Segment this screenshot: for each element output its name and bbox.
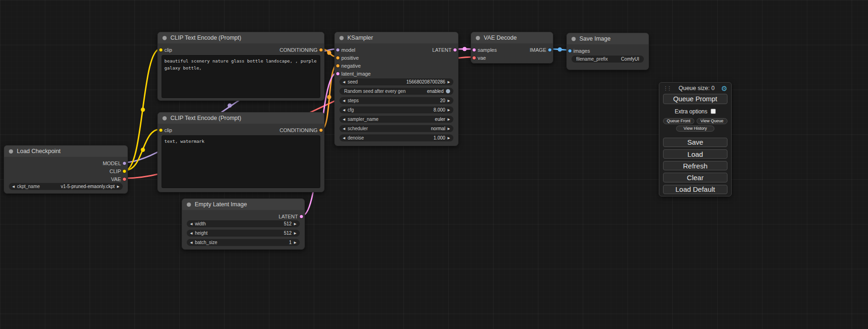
- increment-arrow-icon[interactable]: ▶: [448, 127, 450, 130]
- widget-ckpt-name[interactable]: ◀ ckpt_name v1-5-pruned-emaonly.ckpt ▶: [9, 183, 123, 190]
- increment-arrow-icon[interactable]: ▶: [448, 108, 450, 112]
- widget-value: ComfyUI: [621, 56, 639, 62]
- output-port-image[interactable]: [548, 48, 552, 52]
- node-collapse-dot[interactable]: [162, 116, 167, 120]
- decrement-arrow-icon[interactable]: ◀: [190, 241, 192, 244]
- node-collapse-dot[interactable]: [572, 37, 576, 41]
- decrement-arrow-icon[interactable]: ◀: [343, 80, 345, 84]
- widget-denoise[interactable]: ◀ denoise 1.000 ▶: [339, 134, 453, 141]
- load-default-button[interactable]: Load Default: [663, 185, 727, 194]
- save-button[interactable]: Save: [663, 138, 727, 147]
- toggle-indicator[interactable]: [446, 89, 450, 93]
- load-button[interactable]: Load: [663, 149, 727, 159]
- widget-value: 8.000: [434, 107, 445, 112]
- widget-filename-prefix[interactable]: filename_prefix ComfyUI: [572, 56, 644, 63]
- input-port-samples[interactable]: [472, 48, 476, 52]
- input-port-clip[interactable]: [159, 48, 163, 52]
- node-collapse-dot[interactable]: [339, 36, 344, 40]
- decrement-arrow-icon[interactable]: ◀: [343, 127, 345, 130]
- node-clip-text-encode-negative[interactable]: CLIP Text Encode (Prompt) clip CONDITION…: [157, 112, 325, 192]
- output-port-conditioning[interactable]: [319, 128, 323, 132]
- widget-steps[interactable]: ◀ steps 20 ▶: [339, 97, 453, 104]
- increment-arrow-icon[interactable]: ▶: [117, 185, 120, 188]
- widget-value: enabled: [427, 89, 444, 94]
- increment-arrow-icon[interactable]: ▶: [294, 241, 296, 244]
- increment-arrow-icon[interactable]: ▶: [448, 136, 450, 140]
- node-collapse-dot[interactable]: [187, 203, 191, 207]
- widget-height[interactable]: ◀ height 512 ▶: [187, 230, 300, 237]
- decrement-arrow-icon[interactable]: ◀: [343, 99, 345, 102]
- widget-sampler-name[interactable]: ◀ sampler_name euler ▶: [339, 116, 453, 123]
- node-titlebar[interactable]: VAE Decode: [471, 32, 553, 43]
- node-ksampler[interactable]: KSampler model LATENT positive negative …: [334, 32, 459, 146]
- node-title: Empty Latent Image: [195, 201, 247, 208]
- refresh-button[interactable]: Refresh: [663, 161, 727, 170]
- node-titlebar[interactable]: Save Image: [567, 33, 649, 44]
- clear-button[interactable]: Clear: [663, 173, 727, 182]
- decrement-arrow-icon[interactable]: ◀: [343, 118, 345, 121]
- extra-options-checkbox[interactable]: [711, 109, 716, 114]
- input-port-model[interactable]: [336, 48, 340, 52]
- input-port-clip[interactable]: [159, 128, 163, 132]
- decrement-arrow-icon[interactable]: ◀: [343, 136, 345, 140]
- output-port-vae[interactable]: [122, 177, 127, 181]
- node-clip-text-encode-positive[interactable]: CLIP Text Encode (Prompt) clip CONDITION…: [157, 32, 325, 101]
- widget-value: normal: [431, 126, 445, 131]
- increment-arrow-icon[interactable]: ▶: [294, 231, 296, 235]
- settings-gear-icon[interactable]: ⚙: [721, 85, 727, 92]
- decrement-arrow-icon[interactable]: ◀: [343, 108, 345, 112]
- output-port-latent[interactable]: [299, 214, 303, 218]
- view-history-button[interactable]: View History: [676, 126, 714, 132]
- output-port-conditioning[interactable]: [319, 48, 323, 52]
- output-port-clip[interactable]: [122, 169, 127, 173]
- node-titlebar[interactable]: CLIP Text Encode (Prompt): [158, 32, 324, 43]
- input-port-images[interactable]: [568, 49, 572, 53]
- node-body: samples IMAGE vae: [471, 43, 553, 62]
- widget-value: v1-5-pruned-emaonly.ckpt: [61, 184, 114, 189]
- widget-batch-size[interactable]: ◀ batch_size 1 ▶: [187, 239, 300, 246]
- increment-arrow-icon[interactable]: ▶: [448, 80, 450, 84]
- node-collapse-dot[interactable]: [476, 36, 480, 40]
- input-port-latent-image[interactable]: [336, 71, 340, 76]
- node-vae-decode[interactable]: VAE Decode samples IMAGE vae: [471, 32, 553, 63]
- widget-scheduler[interactable]: ◀ scheduler normal ▶: [339, 125, 453, 132]
- decrement-arrow-icon[interactable]: ◀: [12, 185, 14, 188]
- widget-cfg[interactable]: ◀ cfg 8.000 ▶: [339, 106, 453, 113]
- increment-arrow-icon[interactable]: ▶: [448, 99, 450, 102]
- node-save-image[interactable]: Save Image images filename_prefix ComfyU…: [566, 33, 649, 70]
- decrement-arrow-icon[interactable]: ◀: [190, 231, 192, 235]
- extra-options-row: Extra options: [663, 108, 727, 115]
- node-body: LATENT ◀ width 512 ▶ ◀ height 512 ▶ ◀ ba…: [182, 210, 304, 246]
- node-collapse-dot[interactable]: [162, 36, 167, 40]
- node-empty-latent-image[interactable]: Empty Latent Image LATENT ◀ width 512 ▶ …: [182, 198, 305, 250]
- input-port-negative[interactable]: [336, 63, 340, 68]
- widget-width[interactable]: ◀ width 512 ▶: [187, 220, 300, 227]
- widget-seed[interactable]: ◀ seed 156680208700286 ▶: [339, 78, 453, 85]
- view-queue-button[interactable]: View Queue: [697, 118, 728, 124]
- queue-buttons-row: Queue Front View Queue: [663, 118, 727, 124]
- node-load-checkpoint[interactable]: Load Checkpoint MODEL CLIP VAE ◀ ckpt_na…: [4, 145, 128, 194]
- widget-random-seed-toggle[interactable]: Random seed after every gen enabled: [339, 88, 453, 95]
- input-port-vae[interactable]: [472, 56, 476, 60]
- negative-prompt-textarea[interactable]: text, watermark: [162, 135, 320, 188]
- queue-front-button[interactable]: Queue Front: [663, 118, 694, 124]
- increment-arrow-icon[interactable]: ▶: [448, 118, 450, 121]
- node-body: model LATENT positive negative latent_im…: [335, 43, 458, 141]
- node-collapse-dot[interactable]: [9, 149, 13, 154]
- queue-prompt-button[interactable]: Queue Prompt: [663, 94, 727, 104]
- node-titlebar[interactable]: KSampler: [335, 32, 458, 43]
- menu-header: ⋮⋮ Queue size: 0 ⚙: [663, 84, 727, 92]
- positive-prompt-textarea[interactable]: beautiful scenery nature glass bottle la…: [162, 55, 320, 98]
- output-port-latent[interactable]: [453, 48, 457, 52]
- node-titlebar[interactable]: CLIP Text Encode (Prompt): [158, 112, 324, 124]
- node-titlebar[interactable]: Empty Latent Image: [182, 199, 304, 210]
- increment-arrow-icon[interactable]: ▶: [294, 222, 296, 225]
- output-port-model[interactable]: [122, 161, 127, 165]
- node-titlebar[interactable]: Load Checkpoint: [4, 146, 127, 157]
- drag-handle-icon[interactable]: ⋮⋮: [663, 85, 672, 91]
- input-port-positive[interactable]: [336, 56, 340, 60]
- port-label: vae: [478, 55, 486, 61]
- decrement-arrow-icon[interactable]: ◀: [190, 222, 192, 225]
- widget-label: Random seed after every gen: [344, 89, 406, 94]
- port-label: LATENT: [279, 214, 298, 219]
